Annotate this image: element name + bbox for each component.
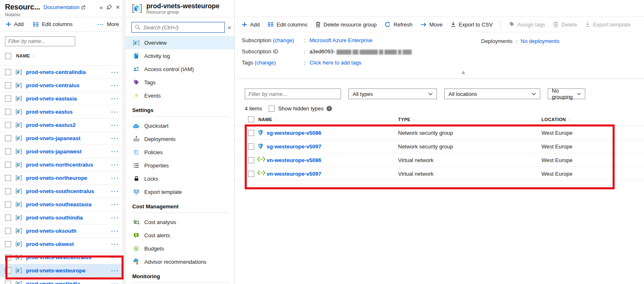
toolbar-delete-resource-group-button[interactable]: Delete resource group (315, 21, 377, 28)
row-checkbox[interactable] (5, 254, 11, 260)
row-checkbox[interactable] (5, 267, 11, 274)
list-item[interactable]: prod-vnets-northeurope··· (0, 171, 125, 184)
pin-icon[interactable] (106, 4, 112, 10)
toolbar-export-to-csv-button[interactable]: Export to CSV (451, 21, 493, 28)
row-checkbox[interactable] (5, 122, 11, 128)
resource-group-link[interactable]: prod-vnets-northcentralus (26, 162, 111, 168)
row-more-button[interactable]: ··· (111, 95, 120, 102)
row-checkbox[interactable] (248, 130, 254, 136)
filter-by-name-input[interactable] (5, 36, 75, 46)
more-button[interactable]: ··· More (97, 21, 119, 27)
list-item[interactable]: prod-vnets-japaneast··· (0, 131, 125, 145)
row-more-button[interactable]: ··· (111, 162, 120, 168)
resource-group-link[interactable]: prod-vnets-japanwest (26, 148, 111, 155)
location-filter-dropdown[interactable]: All locations (444, 88, 540, 99)
row-checkbox[interactable] (5, 188, 11, 194)
list-item[interactable]: prod-vnets-eastus··· (0, 105, 125, 118)
toolbar-add-button[interactable]: Add (242, 21, 260, 28)
table-row[interactable]: sg-westeurope-v5086Network security grou… (235, 126, 644, 140)
resource-group-link[interactable]: prod-vnets-southeastasia (26, 201, 111, 208)
resource-link[interactable]: vn-westeurope-v5086 (267, 157, 321, 163)
add-tags-link[interactable]: Click here to add tags (310, 60, 362, 66)
nav-item-advisor-recommendations[interactable]: Advisor recommendations (126, 255, 234, 268)
collapse-essentials-icon[interactable]: « (460, 71, 467, 74)
table-row[interactable]: sg-westeurope-v5097Network security grou… (235, 140, 644, 153)
tags-change-link[interactable]: (change) (255, 60, 276, 66)
row-checkbox[interactable] (5, 95, 11, 102)
resource-group-link[interactable]: prod-vnets-centralindia (26, 69, 111, 75)
row-more-button[interactable]: ··· (111, 267, 120, 274)
nav-item-overview[interactable]: Overview (126, 36, 234, 49)
list-item[interactable]: prod-vnets-southcentralus··· (0, 184, 125, 198)
nav-search-input[interactable]: Search (Ctrl+/) (131, 22, 225, 33)
list-item[interactable]: prod-vnets-japanwest··· (0, 145, 125, 158)
sort-icon[interactable]: ↑↓ (32, 54, 35, 58)
row-more-button[interactable]: ··· (111, 82, 120, 88)
resource-group-link[interactable]: prod-vnets-southindia (26, 215, 111, 221)
table-row[interactable]: vn-westeurope-v5097Virtual networkWest E… (235, 167, 644, 181)
row-checkbox[interactable] (5, 162, 11, 168)
toolbar-move-button[interactable]: Move (420, 21, 443, 28)
toolbar-refresh-button[interactable]: Refresh (384, 21, 413, 28)
row-checkbox[interactable] (5, 281, 11, 284)
resource-group-link[interactable]: prod-vnets-westindia (26, 281, 111, 284)
row-more-button[interactable]: ··· (111, 188, 120, 194)
row-more-button[interactable]: ··· (111, 175, 120, 181)
list-item[interactable]: prod-vnets-westcentralus··· (0, 251, 125, 264)
nav-item-policies[interactable]: Policies (126, 146, 234, 159)
resource-group-link[interactable]: prod-vnets-northeurope (26, 175, 111, 181)
nav-item-export-template[interactable]: Export template (126, 185, 234, 198)
row-more-button[interactable]: ··· (111, 254, 120, 260)
resource-group-link[interactable]: prod-vnets-ukwest (26, 241, 111, 247)
nav-item-cost-alerts[interactable]: $Cost alerts (126, 229, 234, 242)
column-header-type[interactable]: TYPE↑↓ (398, 117, 415, 122)
list-item[interactable]: prod-vnets-eastasia··· (0, 92, 125, 105)
nav-item-quickstart[interactable]: Quickstart (126, 119, 234, 132)
nav-item-events[interactable]: Events (126, 89, 234, 102)
list-item[interactable]: prod-vnets-northcentralus··· (0, 158, 125, 171)
nav-item-access-control-iam[interactable]: Access control (IAM) (126, 62, 234, 76)
resource-link[interactable]: sg-westeurope-v5086 (267, 130, 321, 136)
column-header-location[interactable]: LOCATION↑↓ (541, 117, 571, 122)
list-item[interactable]: prod-vnets-centralindia··· (0, 65, 125, 79)
close-icon[interactable]: × (116, 4, 120, 11)
list-item[interactable]: prod-vnets-eastus2··· (0, 118, 125, 131)
show-hidden-types-checkbox[interactable] (269, 105, 275, 112)
row-checkbox[interactable] (5, 135, 11, 141)
row-checkbox[interactable] (5, 241, 11, 247)
subscription-change-link[interactable]: (change) (273, 37, 294, 43)
edit-columns-button[interactable]: Edit columns (33, 21, 72, 27)
subscription-value-link[interactable]: Microsoft Azure Enterprise (310, 37, 372, 43)
row-more-button[interactable]: ··· (111, 122, 120, 128)
select-all-checkbox[interactable] (5, 53, 11, 59)
resource-group-link[interactable]: prod-vnets-eastasia (26, 95, 111, 102)
row-more-button[interactable]: ··· (111, 135, 120, 141)
info-icon[interactable]: i (327, 106, 332, 111)
row-more-button[interactable]: ··· (111, 109, 120, 115)
row-more-button[interactable]: ··· (111, 228, 120, 234)
resource-link[interactable]: vn-westeurope-v5097 (267, 171, 321, 177)
row-checkbox[interactable] (5, 82, 11, 88)
resource-group-link[interactable]: prod-vnets-southcentralus (26, 188, 111, 194)
resource-group-link[interactable]: prod-vnets-uksouth (26, 228, 111, 234)
add-button[interactable]: Add (6, 21, 24, 27)
resource-group-link[interactable]: prod-vnets-japaneast (26, 135, 111, 141)
resource-group-link[interactable]: prod-vnets-eastus (26, 109, 111, 115)
row-more-button[interactable]: ··· (111, 215, 120, 221)
deployments-link[interactable]: No deployments (521, 38, 560, 44)
row-checkbox[interactable] (5, 69, 11, 75)
resource-group-link[interactable]: prod-vnets-eastus2 (26, 122, 111, 128)
resource-link[interactable]: sg-westeurope-v5097 (267, 143, 321, 150)
row-checkbox[interactable] (5, 228, 11, 234)
row-checkbox[interactable] (248, 143, 254, 150)
list-item[interactable]: prod-vnets-uksouth··· (0, 224, 125, 237)
row-checkbox[interactable] (5, 175, 11, 181)
row-checkbox[interactable] (5, 148, 11, 155)
grouping-dropdown[interactable]: No grouping (548, 88, 585, 99)
collapse-nav-icon[interactable]: « (228, 24, 231, 31)
list-item[interactable]: prod-vnets-southindia··· (0, 211, 125, 224)
nav-item-activity-log[interactable]: Activity log (126, 49, 234, 62)
list-item[interactable]: prod-vnets-westindia··· (0, 277, 125, 284)
toolbar-edit-columns-button[interactable]: Edit columns (267, 21, 307, 28)
row-checkbox[interactable] (5, 215, 11, 221)
